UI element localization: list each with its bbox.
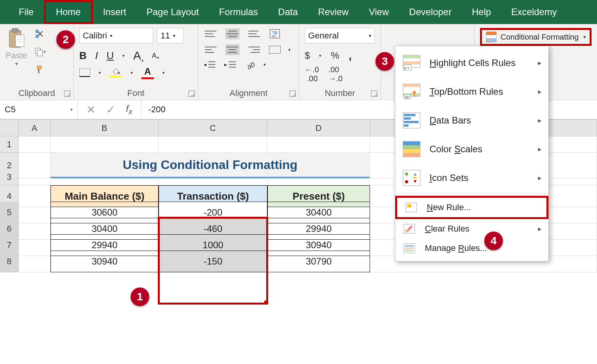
dialog-launcher-icon[interactable] — [64, 91, 70, 97]
conditional-formatting-icon: ≤≥ — [486, 31, 497, 42]
tab-file[interactable]: File — [9, 2, 44, 22]
submenu-arrow-icon: ▸ — [538, 87, 541, 96]
paste-button[interactable]: Paste ▾ — [5, 28, 27, 75]
menu-manage-rules[interactable]: Manage Rules... — [395, 239, 548, 258]
cell[interactable] — [19, 136, 51, 153]
borders-button[interactable] — [79, 68, 90, 77]
col-header-C[interactable]: C — [159, 120, 267, 136]
data-bars-icon — [403, 112, 421, 129]
submenu-arrow-icon: ▸ — [538, 59, 541, 67]
align-middle-button[interactable] — [225, 28, 239, 39]
cancel-formula-icon[interactable]: ✕ — [86, 103, 95, 116]
cell-D8[interactable]: 30790 — [267, 251, 370, 272]
menu-top-bottom-rules[interactable]: 10 Top/Bottom Rules ▸ — [395, 77, 548, 106]
svg-rect-34 — [404, 124, 408, 127]
tab-formulas[interactable]: Formulas — [209, 2, 268, 22]
bold-button[interactable]: B — [79, 50, 87, 62]
copy-button[interactable]: ▾ — [34, 46, 46, 57]
chevron-down-icon[interactable]: ▾ — [15, 61, 18, 67]
conditional-formatting-button[interactable]: ≤≥ Conditional Formatting ▾ — [480, 28, 592, 46]
accounting-format-button[interactable]: $ — [305, 50, 310, 61]
cell[interactable] — [267, 136, 370, 153]
row-header[interactable]: 8 — [0, 251, 19, 272]
number-format-combo[interactable]: General▾ — [305, 28, 375, 44]
fill-color-button[interactable] — [110, 68, 122, 78]
select-all-corner[interactable] — [0, 120, 19, 136]
shrink-font-button[interactable]: A▾ — [152, 52, 159, 60]
cell[interactable] — [51, 169, 159, 185]
row-header[interactable]: 1 — [0, 136, 19, 153]
menu-data-bars[interactable]: Data Bars ▸ — [395, 106, 548, 135]
insert-function-button[interactable]: fx — [126, 103, 133, 116]
tab-exceldemy[interactable]: Exceldemy — [501, 2, 567, 22]
grow-font-button[interactable]: A▴ — [133, 49, 143, 62]
dialog-launcher-icon[interactable] — [371, 91, 377, 97]
menu-highlight-cells-rules[interactable]: ≤ > Highlight Cells Rules ▸ — [395, 49, 548, 77]
percent-format-button[interactable]: % — [331, 50, 339, 61]
cell[interactable] — [267, 169, 370, 185]
underline-button[interactable]: U — [106, 50, 114, 62]
wrap-text-button[interactable]: ab — [269, 28, 281, 40]
comma-format-button[interactable]: , — [349, 49, 352, 62]
clear-rules-icon — [403, 224, 415, 234]
cell[interactable] — [19, 169, 51, 185]
increase-decimal-button[interactable]: ←.0 .00 — [305, 65, 319, 83]
font-color-button[interactable]: A — [141, 66, 154, 79]
enter-formula-icon[interactable]: ✓ — [106, 103, 115, 116]
align-bottom-button[interactable] — [247, 28, 261, 39]
tab-insert[interactable]: Insert — [93, 2, 136, 22]
group-font: Calibri▾ 11▾ B I U▾ A▴ A▾ ▾ ▾ A▾ Font — [74, 24, 198, 100]
paste-label: Paste — [5, 51, 27, 61]
align-right-button[interactable] — [247, 44, 261, 55]
orientation-button[interactable]: ab — [245, 59, 256, 70]
svg-rect-26 — [403, 84, 420, 87]
svg-rect-2 — [16, 35, 24, 47]
col-header-B[interactable]: B — [51, 120, 159, 136]
annotation-1: 1 — [131, 287, 149, 306]
cell[interactable] — [51, 136, 159, 153]
menu-icon-sets[interactable]: Icon Sets ▸ — [395, 164, 548, 192]
cut-button[interactable] — [34, 28, 46, 40]
cell[interactable] — [19, 251, 51, 272]
format-painter-button[interactable] — [34, 64, 46, 75]
svg-text:ab: ab — [272, 34, 276, 38]
bucket-icon — [111, 68, 121, 75]
name-box[interactable]: C5▾ — [0, 100, 78, 119]
svg-rect-22 — [403, 61, 420, 64]
font-name-combo[interactable]: Calibri▾ — [79, 28, 153, 44]
tab-help[interactable]: Help — [462, 2, 501, 22]
increase-indent-button[interactable]: ▸ — [224, 59, 237, 70]
align-center-button[interactable] — [225, 44, 239, 55]
tab-view[interactable]: View — [359, 2, 399, 22]
row-header[interactable]: 3 — [0, 169, 19, 185]
group-label: Font — [127, 88, 144, 98]
menu-clear-rules[interactable]: Clear Rules ▸ — [395, 219, 548, 239]
decrease-decimal-button[interactable]: .00→.0 — [328, 65, 343, 83]
submenu-arrow-icon: ▸ — [538, 116, 541, 125]
align-top-button[interactable] — [204, 28, 218, 39]
cell[interactable] — [159, 136, 267, 153]
menu-color-scales[interactable]: Color Scales ▸ — [395, 135, 548, 164]
cell-B8[interactable]: 30940 — [51, 251, 159, 272]
decrease-indent-button[interactable]: ◂ — [204, 59, 216, 70]
fill-handle-icon[interactable] — [264, 301, 268, 305]
dialog-launcher-icon[interactable] — [189, 91, 195, 97]
col-header-A[interactable]: A — [19, 120, 51, 136]
cell-C8[interactable]: -150 — [159, 251, 267, 272]
italic-button[interactable]: I — [95, 50, 98, 62]
top-bottom-icon: 10 — [403, 84, 421, 100]
merge-cells-button[interactable] — [269, 46, 281, 54]
svg-rect-45 — [407, 204, 411, 207]
tab-home[interactable]: Home — [44, 0, 93, 24]
font-size-combo[interactable]: 11▾ — [157, 28, 183, 44]
svg-rect-51 — [405, 250, 414, 251]
align-left-button[interactable] — [204, 44, 218, 55]
dialog-launcher-icon[interactable] — [290, 91, 296, 97]
col-header-D[interactable]: D — [267, 120, 370, 136]
cell[interactable] — [159, 169, 267, 185]
tab-review[interactable]: Review — [308, 2, 359, 22]
menu-new-rule[interactable]: New Rule... — [395, 196, 548, 219]
tab-developer[interactable]: Developer — [399, 2, 462, 22]
tab-pagelayout[interactable]: Page Layout — [136, 2, 209, 22]
tab-data[interactable]: Data — [268, 2, 308, 22]
